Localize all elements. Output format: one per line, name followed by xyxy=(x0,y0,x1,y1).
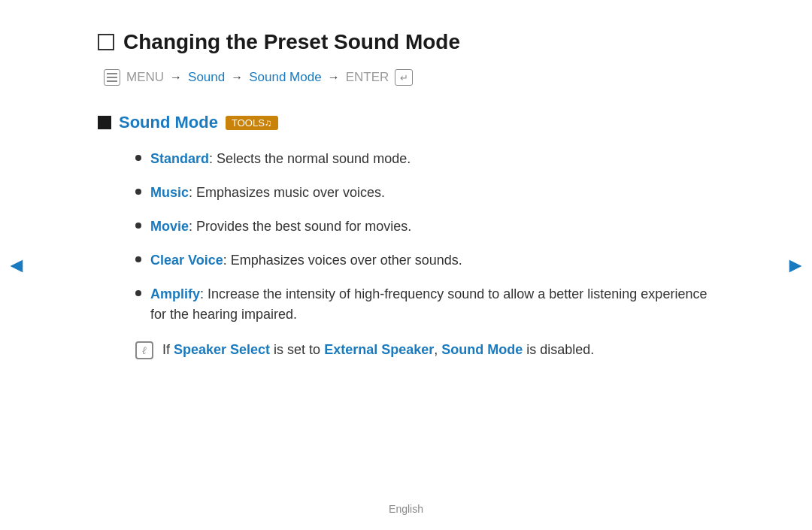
note-external-speaker: External Speaker xyxy=(324,342,434,357)
item-text-music: : Emphasizes music over voices. xyxy=(189,185,385,200)
note-suffix: is disabled. xyxy=(523,342,594,357)
item-label-music: Music xyxy=(150,185,189,200)
menu-icon xyxy=(104,69,120,86)
svg-rect-2 xyxy=(107,80,117,82)
nav-path: MENU → Sound → Sound Mode → ENTER ↵ xyxy=(104,69,714,86)
bullet-dot xyxy=(135,256,141,262)
list-item-music: Music: Emphasizes music over voices. xyxy=(135,183,714,203)
footer: English xyxy=(389,503,423,515)
page-title-section: Changing the Preset Sound Mode xyxy=(98,30,714,54)
checkbox-icon xyxy=(98,34,114,50)
nav-menu-label: MENU xyxy=(126,70,164,85)
note-icon: ℓ xyxy=(135,341,153,359)
item-text-clear-voice: : Emphasizes voices over other sounds. xyxy=(223,253,462,268)
list-item-standard: Standard: Selects the normal sound mode. xyxy=(135,149,714,169)
note-prefix: If xyxy=(162,342,174,357)
list-item-amplify: Amplify: Increase the intensity of high-… xyxy=(135,284,714,325)
nav-next-button[interactable]: ► xyxy=(785,253,806,277)
footer-text: English xyxy=(389,503,423,515)
nav-prev-button[interactable]: ◄ xyxy=(6,253,27,277)
bullet-dot xyxy=(135,290,141,296)
section-bullet-icon xyxy=(98,116,111,129)
item-label-standard: Standard xyxy=(150,151,209,166)
nav-enter-label: ENTER xyxy=(346,70,389,85)
enter-icon: ↵ xyxy=(395,69,413,86)
item-text-movie: : Provides the best sound for movies. xyxy=(189,219,411,234)
section-header: Sound Mode TOOLS♫ xyxy=(98,113,714,132)
item-text-amplify: : Increase the intensity of high-frequen… xyxy=(150,286,707,322)
nav-sound: Sound xyxy=(188,70,225,85)
item-label-movie: Movie xyxy=(150,219,189,234)
svg-rect-0 xyxy=(107,73,117,74)
nav-sound-mode: Sound Mode xyxy=(249,70,321,85)
page-title: Changing the Preset Sound Mode xyxy=(123,30,460,54)
tools-badge: TOOLS♫ xyxy=(226,116,278,130)
bullet-dot xyxy=(135,155,141,161)
note-comma: , xyxy=(434,342,441,357)
nav-arrow-1: → xyxy=(170,71,182,84)
item-label-clear-voice: Clear Voice xyxy=(150,253,223,268)
bullet-dot xyxy=(135,189,141,195)
section-title: Sound Mode xyxy=(119,113,218,132)
nav-arrow-3: → xyxy=(328,71,340,84)
sound-mode-list: Standard: Selects the normal sound mode.… xyxy=(98,149,714,325)
note-sound-mode: Sound Mode xyxy=(441,342,523,357)
note-speaker-select: Speaker Select xyxy=(174,342,270,357)
list-item-movie: Movie: Provides the best sound for movie… xyxy=(135,217,714,237)
svg-rect-1 xyxy=(107,77,117,78)
item-text-standard: : Selects the normal sound mode. xyxy=(209,151,411,166)
note-text: If Speaker Select is set to External Spe… xyxy=(162,340,594,360)
nav-arrow-2: → xyxy=(231,71,243,84)
list-item-clear-voice: Clear Voice: Emphasizes voices over othe… xyxy=(135,250,714,271)
item-label-amplify: Amplify xyxy=(150,286,200,301)
note-section: ℓ If Speaker Select is set to External S… xyxy=(135,340,714,360)
bullet-dot xyxy=(135,223,141,229)
note-middle: is set to xyxy=(270,342,324,357)
